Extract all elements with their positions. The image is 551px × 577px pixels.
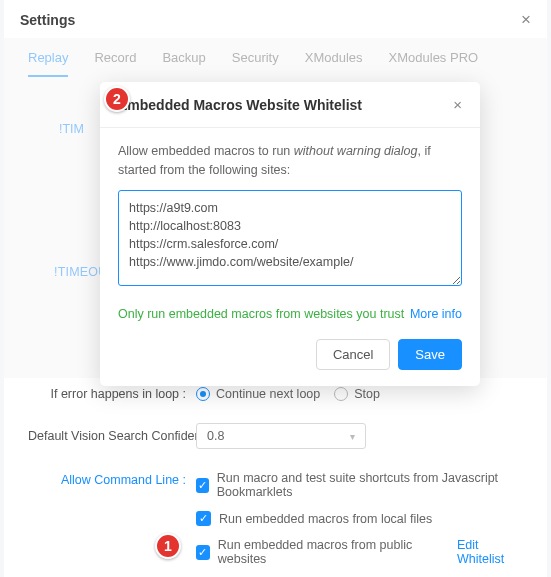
callout-badge-1: 1 (155, 533, 181, 559)
radio-continue[interactable]: Continue next loop (196, 387, 320, 401)
modal-title: Embedded Macros Website Whitelist (118, 97, 362, 113)
radio-stop-label: Stop (354, 387, 380, 401)
checkbox-public-websites[interactable]: ✓ (196, 545, 210, 560)
checkbox-public-websites-label: Run embedded macros from public websites (218, 538, 443, 566)
page-title: Settings (20, 12, 75, 28)
vision-confidence-value: 0.8 (207, 429, 224, 443)
modal-description: Allow embedded macros to run without war… (118, 142, 462, 180)
vision-confidence-label: Default Vision Search Confidence : (28, 429, 196, 443)
whitelist-textarea[interactable] (118, 190, 462, 286)
trust-note: Only run embedded macros from websites y… (118, 307, 404, 321)
edit-whitelist-link[interactable]: Edit Whitelist (457, 538, 523, 566)
allow-command-line-label: Allow Command Line : (28, 471, 196, 487)
cancel-button[interactable]: Cancel (316, 339, 390, 370)
loop-error-label: If error happens in loop : (28, 387, 196, 401)
radio-stop[interactable]: Stop (334, 387, 380, 401)
more-info-link[interactable]: More info (410, 307, 462, 321)
save-button[interactable]: Save (398, 339, 462, 370)
chevron-down-icon: ▾ (350, 431, 355, 442)
radio-continue-label: Continue next loop (216, 387, 320, 401)
vision-confidence-select[interactable]: 0.8 ▾ (196, 423, 366, 449)
modal-desc-pre: Allow embedded macros to run (118, 144, 294, 158)
close-icon[interactable]: × (521, 10, 531, 30)
checkbox-bookmarklets[interactable]: ✓ (196, 478, 209, 493)
checkbox-bookmarklets-label: Run macro and test suite shortcuts from … (217, 471, 523, 499)
modal-close-icon[interactable]: × (453, 96, 462, 113)
modal-desc-em: without warning dialog (294, 144, 418, 158)
whitelist-modal: Embedded Macros Website Whitelist × Allo… (100, 82, 480, 386)
checkbox-local-files[interactable]: ✓ (196, 511, 211, 526)
callout-badge-2: 2 (104, 86, 130, 112)
checkbox-local-files-label: Run embedded macros from local files (219, 512, 432, 526)
